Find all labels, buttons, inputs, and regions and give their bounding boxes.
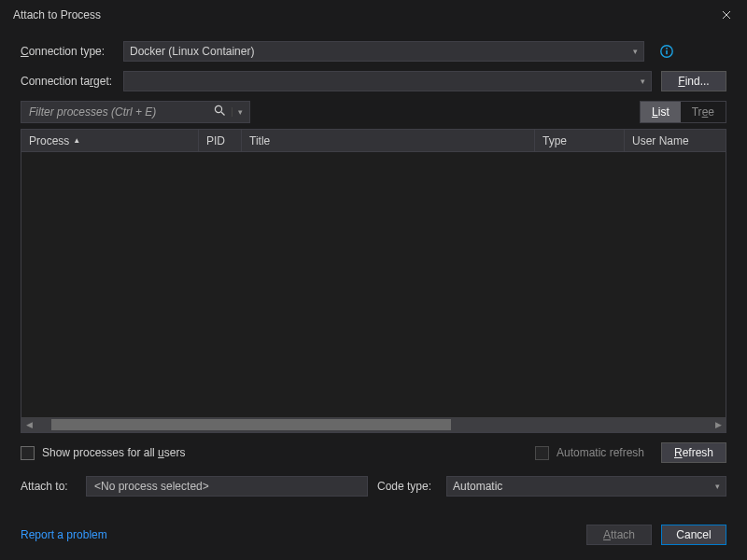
refresh-button[interactable]: Refresh <box>661 442 726 463</box>
connection-target-row: Connection target: ▾ Find... <box>21 71 726 91</box>
view-list-button[interactable]: List <box>641 102 681 122</box>
scroll-right-icon[interactable]: ▶ <box>711 417 726 432</box>
attach-to-field: <No process selected> <box>86 476 368 497</box>
view-toggle: List Tree <box>640 101 726 123</box>
code-type-label: Code type: <box>377 480 437 493</box>
code-type-dropdown[interactable]: Automatic ▾ <box>446 476 726 497</box>
svg-rect-2 <box>666 48 668 49</box>
filter-bar: Filter processes (Ctrl + E) ▾ List Tree <box>21 101 726 123</box>
view-tree-button[interactable]: Tree <box>681 102 726 122</box>
info-icon[interactable] <box>659 44 674 59</box>
attach-to-label: Attach to: <box>21 480 77 493</box>
automatic-refresh-checkbox[interactable]: Automatic refresh <box>535 446 644 460</box>
options-row: Show processes for all users Automatic r… <box>21 442 726 463</box>
checkbox-box <box>535 446 549 460</box>
report-problem-link[interactable]: Report a problem <box>21 528 107 541</box>
cancel-button[interactable]: Cancel <box>661 525 726 545</box>
scrollbar-thumb[interactable] <box>51 419 451 430</box>
filter-input[interactable]: Filter processes (Ctrl + E) ▾ <box>21 101 250 123</box>
code-type-value: Automatic <box>453 480 502 493</box>
attach-button[interactable]: Attach <box>586 525 652 545</box>
grid-body <box>21 152 726 417</box>
column-process[interactable]: Process ▲ <box>21 130 199 151</box>
column-user[interactable]: User Name <box>625 130 726 151</box>
search-icon[interactable] <box>208 105 232 119</box>
column-title[interactable]: Title <box>242 130 535 151</box>
connection-type-dropdown[interactable]: Docker (Linux Container) ▾ <box>123 41 644 62</box>
connection-type-value: Docker (Linux Container) <box>130 45 254 58</box>
dialog-footer: Report a problem Attach Cancel <box>0 525 747 560</box>
svg-rect-1 <box>666 50 668 54</box>
chevron-down-icon: ▾ <box>633 47 638 56</box>
filter-options-dropdown[interactable]: ▾ <box>232 107 246 117</box>
scroll-left-icon[interactable]: ◀ <box>21 417 36 432</box>
sort-asc-icon: ▲ <box>73 136 80 145</box>
connection-target-dropdown[interactable]: ▾ <box>123 71 652 91</box>
chevron-down-icon: ▾ <box>715 482 720 491</box>
grid-header: Process ▲ PID Title Type User Name <box>21 130 726 152</box>
dialog-title: Attach to Process <box>13 8 706 21</box>
chevron-down-icon: ▾ <box>641 77 645 86</box>
svg-point-3 <box>215 105 221 112</box>
svg-line-4 <box>221 112 225 116</box>
close-button[interactable] <box>706 0 747 30</box>
close-icon <box>722 10 731 20</box>
connection-type-row: Connection type: Docker (Linux Container… <box>21 41 726 62</box>
find-button[interactable]: Find... <box>661 71 726 91</box>
checkbox-box <box>21 446 35 460</box>
connection-target-label: Connection target: <box>21 75 114 88</box>
column-pid[interactable]: PID <box>199 130 242 151</box>
titlebar: Attach to Process <box>0 0 747 30</box>
column-type[interactable]: Type <box>535 130 625 151</box>
attach-to-row: Attach to: <No process selected> Code ty… <box>21 476 726 497</box>
show-all-users-checkbox[interactable]: Show processes for all users <box>21 446 185 460</box>
filter-placeholder: Filter processes (Ctrl + E) <box>29 105 208 119</box>
horizontal-scrollbar[interactable]: ◀ ▶ <box>21 417 726 432</box>
process-grid: Process ▲ PID Title Type User Name ◀ ▶ <box>21 129 726 433</box>
connection-type-label: Connection type: <box>21 45 114 58</box>
